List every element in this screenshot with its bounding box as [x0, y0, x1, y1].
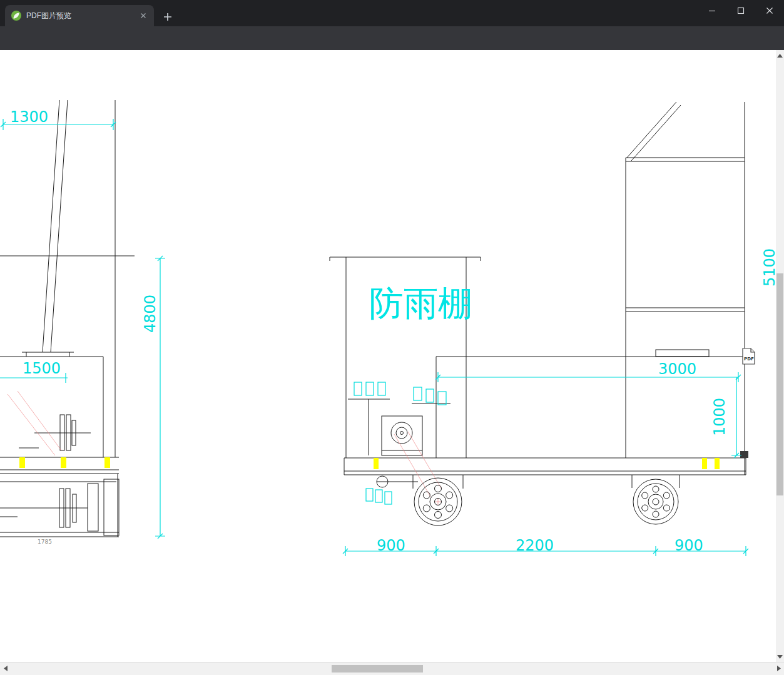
shelter-label: 防雨棚 [369, 283, 472, 323]
dim-platform-height: 1000 [711, 398, 728, 436]
dwg-preview-canvas: 1300 4800 1500 防雨棚 5100 3000 1000 900 22… [0, 50, 776, 662]
browser-window: PDF图片预览 [0, 0, 784, 675]
cad-right-view [436, 102, 748, 475]
dim-hopper-width: 1500 [23, 360, 61, 377]
dim-detail-note: 1785 [38, 539, 52, 545]
scroll-left-arrow-icon[interactable] [1, 664, 9, 672]
spring-leaf-icon [11, 11, 21, 21]
pdf-file-icon[interactable]: PDF [741, 348, 756, 365]
vertical-scrollbar[interactable] [776, 50, 784, 662]
horizontal-scrollbar[interactable] [0, 662, 784, 675]
dim-platform-length: 3000 [658, 360, 696, 378]
tab-close-icon[interactable] [138, 10, 149, 21]
new-tab-button[interactable] [159, 8, 176, 26]
tab-strip: PDF图片预览 [0, 0, 784, 26]
horizontal-scroll-thumb[interactable] [332, 665, 423, 672]
scroll-up-arrow-icon[interactable] [776, 51, 784, 59]
cad-left-view [0, 100, 135, 537]
dim-front-overhang: 900 [377, 537, 405, 554]
dim-overall-height: 4800 [141, 295, 159, 333]
scroll-right-arrow-icon[interactable] [775, 664, 783, 672]
dim-rear-overhang: 900 [675, 537, 703, 554]
dim-wheel-base: 2200 [516, 537, 554, 554]
cad-drawing: 1300 4800 1500 防雨棚 5100 3000 1000 900 22… [0, 100, 776, 662]
dim-frame-height: 5100 [761, 248, 776, 287]
pdf-badge-text: PDF [744, 357, 754, 362]
window-maximize-button[interactable] [726, 0, 755, 21]
cad-wheels [414, 478, 678, 525]
browser-toolbar: localhost:8012/onlinePreview?url=http%3A… [0, 26, 784, 50]
tab-title: PDF图片预览 [26, 11, 138, 21]
cad-highlights [19, 457, 720, 469]
window-close-button[interactable] [755, 0, 784, 21]
dim-overall-width: 1300 [10, 108, 48, 126]
scroll-down-arrow-icon[interactable] [776, 652, 784, 661]
window-minimize-button[interactable] [698, 0, 726, 21]
vertical-scroll-thumb[interactable] [776, 273, 783, 495]
browser-tab[interactable]: PDF图片预览 [5, 5, 154, 26]
